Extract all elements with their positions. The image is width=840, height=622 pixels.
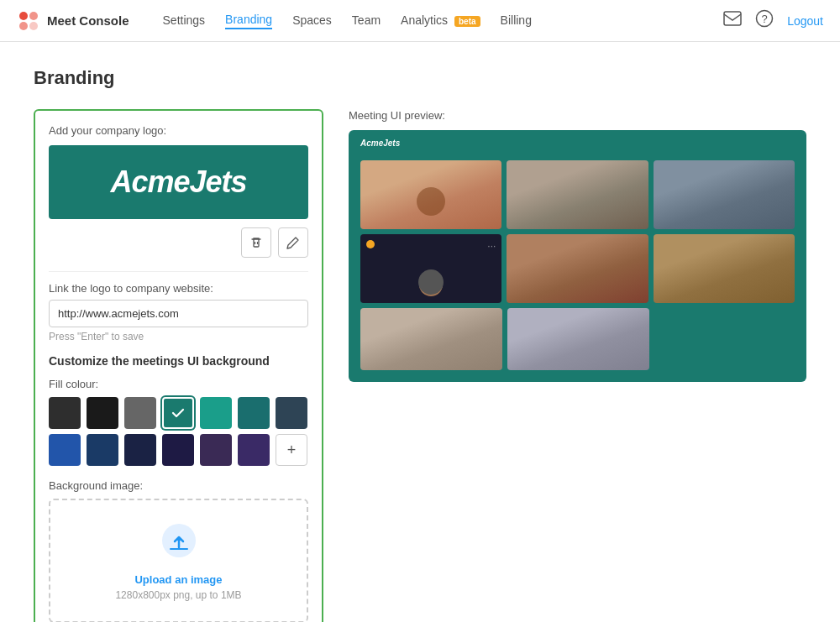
preview-panel: Meeting UI preview: AcmeJets bbox=[349, 109, 806, 622]
app-title: Meet Console bbox=[47, 13, 129, 28]
branding-panel: Add your company logo: AcmeJets bbox=[34, 109, 323, 622]
upload-icon bbox=[159, 520, 199, 568]
meeting-ui-preview: AcmeJets bbox=[349, 130, 806, 382]
url-hint: Press "Enter" to save bbox=[49, 331, 308, 342]
nav-billing[interactable]: Billing bbox=[501, 13, 532, 29]
beta-badge: beta bbox=[454, 16, 480, 27]
color-swatch-9[interactable] bbox=[87, 434, 118, 466]
video-cell-2 bbox=[507, 160, 648, 229]
add-color-button[interactable]: + bbox=[276, 434, 307, 466]
color-swatch-3[interactable] bbox=[124, 397, 156, 429]
color-swatch-1[interactable] bbox=[49, 397, 81, 429]
svg-rect-4 bbox=[724, 12, 741, 25]
edit-logo-button[interactable] bbox=[278, 227, 308, 258]
video-cell-1 bbox=[360, 160, 501, 229]
color-swatch-5[interactable] bbox=[200, 397, 232, 429]
nav-spaces[interactable]: Spaces bbox=[292, 13, 332, 29]
checkmark-icon bbox=[171, 405, 186, 421]
video-cell-6 bbox=[654, 234, 795, 303]
upload-text[interactable]: Upload an image bbox=[134, 573, 222, 586]
logo-preview-box: AcmeJets bbox=[49, 145, 308, 219]
link-label: Link the logo to company website: bbox=[49, 282, 308, 295]
nav-settings[interactable]: Settings bbox=[163, 13, 206, 29]
bg-image-label: Background image: bbox=[49, 479, 308, 492]
fill-label: Fill colour: bbox=[49, 378, 308, 390]
svg-point-3 bbox=[29, 22, 38, 30]
color-swatch-10[interactable] bbox=[124, 434, 156, 466]
mail-icon bbox=[723, 11, 742, 26]
color-swatch-8[interactable] bbox=[49, 434, 81, 466]
pencil-icon bbox=[286, 236, 300, 249]
delete-logo-button[interactable] bbox=[241, 227, 271, 258]
color-swatch-11[interactable] bbox=[162, 434, 194, 466]
video-cell-5 bbox=[507, 234, 648, 303]
logout-button[interactable]: Logout bbox=[787, 14, 823, 28]
preview-label: Meeting UI preview: bbox=[349, 109, 806, 122]
video-cell-4: ··· bbox=[360, 234, 501, 303]
nav-right: ? Logout bbox=[723, 9, 823, 32]
help-icon: ? bbox=[755, 9, 774, 28]
navbar: Meet Console Settings Branding Spaces Te… bbox=[0, 0, 840, 42]
svg-point-0 bbox=[19, 12, 28, 20]
color-swatch-4-selected[interactable] bbox=[162, 397, 194, 429]
customize-heading: Customize the meetings UI background bbox=[49, 354, 308, 368]
mail-button[interactable] bbox=[723, 11, 742, 30]
content-layout: Add your company logo: AcmeJets bbox=[34, 109, 806, 622]
nav-branding[interactable]: Branding bbox=[225, 13, 272, 29]
svg-point-2 bbox=[19, 22, 28, 30]
page-content: Branding Add your company logo: AcmeJets bbox=[0, 42, 840, 622]
video-cell-8 bbox=[507, 308, 649, 370]
app-logo-icon bbox=[17, 9, 40, 33]
svg-point-1 bbox=[29, 12, 38, 20]
color-swatch-12[interactable] bbox=[200, 434, 232, 466]
app-logo: Meet Console bbox=[17, 9, 129, 33]
preview-logo-text: AcmeJets bbox=[360, 139, 400, 148]
nav-team[interactable]: Team bbox=[352, 13, 381, 29]
logo-section-label: Add your company logo: bbox=[49, 124, 308, 137]
color-swatch-13[interactable] bbox=[238, 434, 270, 466]
nav-analytics[interactable]: Analytics beta bbox=[401, 13, 480, 29]
nav-links: Settings Branding Spaces Team Analytics … bbox=[163, 13, 532, 29]
color-swatches: + bbox=[49, 397, 308, 466]
page-title: Branding bbox=[34, 67, 806, 89]
color-swatch-7[interactable] bbox=[276, 397, 307, 429]
video-cell-7 bbox=[360, 308, 502, 370]
divider bbox=[49, 271, 308, 272]
upload-box[interactable]: Upload an image 1280x800px png, up to 1M… bbox=[49, 499, 308, 622]
color-swatch-6[interactable] bbox=[238, 397, 270, 429]
website-url-input[interactable] bbox=[49, 300, 308, 327]
upload-hint: 1280x800px png, up to 1MB bbox=[115, 589, 241, 601]
trash-icon bbox=[249, 236, 263, 249]
help-button[interactable]: ? bbox=[755, 9, 774, 32]
color-swatch-2[interactable] bbox=[87, 397, 118, 429]
video-cell-3 bbox=[654, 160, 795, 229]
svg-text:?: ? bbox=[762, 13, 768, 25]
logo-actions bbox=[49, 227, 308, 258]
logo-text: AcmeJets bbox=[110, 165, 246, 200]
